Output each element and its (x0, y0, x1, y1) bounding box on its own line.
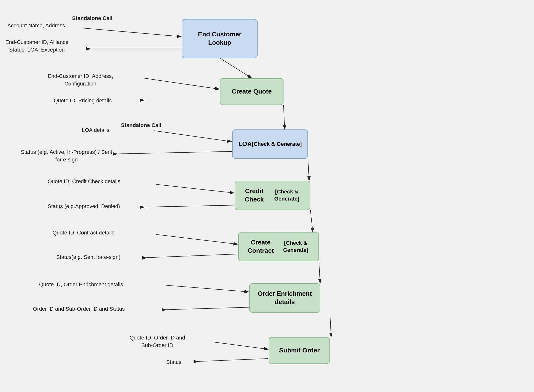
svg-line-15 (147, 254, 238, 258)
svg-line-16 (319, 261, 320, 283)
svg-line-17 (166, 285, 249, 292)
label-status-esign2: Status(e.g. Sent for e-sign) (56, 254, 120, 261)
svg-line-13 (310, 210, 313, 232)
end-customer-lookup-node: End Customer Lookup (182, 19, 258, 58)
label-status-submit: Status (166, 359, 181, 366)
label-quote-contract: Quote ID, Contract details (53, 229, 114, 237)
svg-line-7 (283, 105, 285, 129)
label-quote-order-enrichment: Quote ID, Order Enrichment details (39, 281, 123, 288)
label-account-name: Account Name, Address (7, 22, 65, 30)
label-status-approved: Status (e.g.Approved, Denied) (48, 203, 120, 210)
svg-line-14 (156, 234, 238, 244)
svg-line-18 (166, 307, 249, 310)
svg-line-12 (144, 205, 234, 207)
svg-line-8 (154, 131, 232, 142)
diagram-container: End Customer Lookup Create Quote LOA[Che… (0, 0, 534, 392)
svg-line-21 (198, 359, 268, 361)
svg-line-4 (220, 58, 252, 78)
svg-line-5 (144, 78, 219, 89)
order-enrichment-node: Order Enrichmentdetails (249, 283, 320, 313)
submit-order-node: Submit Order (269, 337, 330, 364)
credit-check-node: Credit Check[Check & Generate] (235, 181, 310, 210)
svg-line-10 (308, 159, 309, 181)
loa-node: LOA[Check & Generate] (232, 129, 308, 159)
label-loa-details: LOA details (82, 127, 109, 134)
label-order-id: Order ID and Sub-Order ID and Status (33, 305, 125, 313)
label-quote-id-pricing: Quote ID, Pricing details (54, 97, 112, 105)
svg-line-20 (213, 342, 268, 349)
svg-line-19 (330, 313, 331, 337)
create-contract-node: Create Contract[Check & Generate] (238, 232, 319, 261)
label-status-esign: Status (e.g. Active, In-Progress) / Sent… (21, 148, 112, 164)
svg-line-2 (83, 28, 181, 37)
create-quote-node: Create Quote (220, 78, 283, 105)
svg-line-11 (156, 184, 234, 193)
svg-line-9 (117, 151, 232, 154)
label-end-customer-id: End-Customer ID, AllianceStatus, LOA, Ex… (5, 39, 68, 54)
label-quote-submit: Quote ID, Order ID andSub-Order ID (130, 334, 185, 349)
label-standalone-call-1: Standalone Call (72, 15, 112, 22)
label-standalone-call-2: Standalone Call (121, 122, 161, 129)
label-quote-credit: Quote ID, Credit Check details (48, 178, 120, 185)
label-end-customer-id-2: End-Customer ID, Address,Configuration (48, 73, 113, 88)
